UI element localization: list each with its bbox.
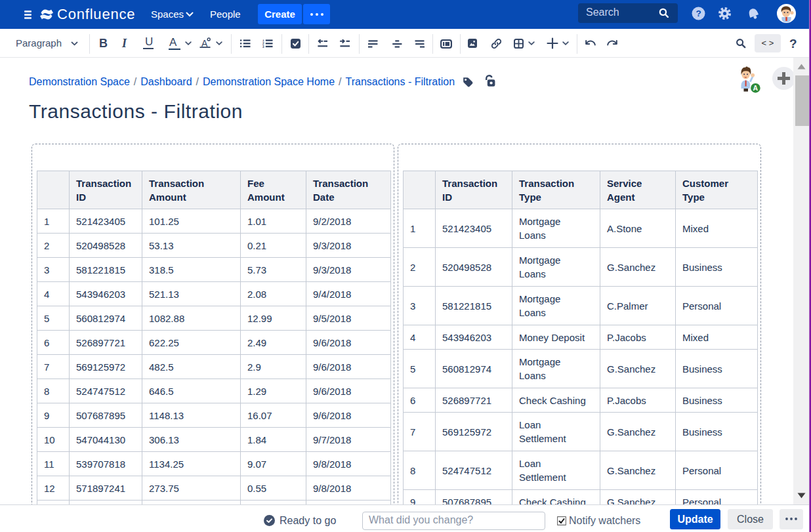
svg-text:3: 3 (262, 45, 264, 48)
svg-text:A: A (753, 84, 759, 92)
svg-text:?: ? (696, 9, 701, 18)
